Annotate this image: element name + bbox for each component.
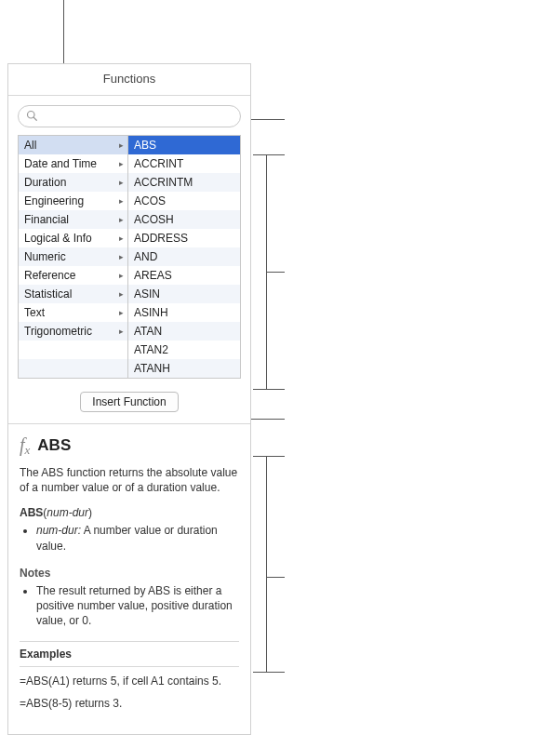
function-item[interactable]: ATAN: [128, 322, 240, 341]
function-label: ATAN: [134, 325, 162, 338]
function-item[interactable]: ATAN2: [128, 341, 240, 359]
function-label: ACCRINTM: [134, 176, 193, 189]
category-label: Date and Time: [24, 157, 97, 170]
chevron-right-icon: ▸: [119, 234, 124, 243]
category-item: [19, 341, 127, 359]
function-item[interactable]: ACCRINTM: [128, 173, 240, 192]
function-item[interactable]: AREAS: [128, 266, 240, 285]
function-label: ASINH: [134, 306, 168, 319]
category-item[interactable]: Duration▸: [19, 173, 127, 192]
function-label: AREAS: [134, 269, 172, 282]
chevron-right-icon: ▸: [119, 271, 124, 280]
chevron-right-icon: ▸: [119, 196, 124, 206]
function-browser: All▸Date and Time▸Duration▸Engineering▸F…: [18, 135, 241, 379]
category-item[interactable]: Statistical▸: [19, 285, 127, 303]
function-label: ACOS: [134, 194, 166, 207]
category-item[interactable]: Financial▸: [19, 210, 127, 229]
callout-line: [253, 389, 285, 390]
category-label: Trigonometric: [24, 325, 92, 338]
fx-icon: fx: [20, 435, 30, 456]
category-list[interactable]: All▸Date and Time▸Duration▸Engineering▸F…: [19, 136, 128, 378]
help-function-title: ABS: [37, 436, 71, 455]
chevron-right-icon: ▸: [119, 327, 124, 336]
help-signature: ABS(num-dur): [20, 506, 239, 519]
category-item[interactable]: Logical & Info▸: [19, 229, 127, 247]
category-item: [19, 359, 127, 378]
help-description: The ABS function returns the absolute va…: [20, 465, 239, 495]
chevron-right-icon: ▸: [119, 178, 124, 187]
note-item: The result returned by ABS is either a p…: [36, 583, 239, 629]
parameter-item: num-dur: A number value or duration valu…: [36, 523, 239, 553]
search-container: [8, 96, 250, 135]
function-item[interactable]: ATANH: [128, 359, 240, 378]
callout-line: [253, 154, 285, 155]
callout-line: [266, 456, 267, 672]
insert-container: Insert Function: [8, 388, 250, 423]
category-label: Logical & Info: [24, 232, 92, 245]
function-label: ACCRINT: [134, 157, 183, 170]
category-label: All: [24, 139, 36, 152]
category-label: Numeric: [24, 250, 66, 263]
function-label: AND: [134, 250, 157, 263]
callout-line: [63, 0, 64, 63]
chevron-right-icon: ▸: [119, 252, 124, 261]
functions-panel: Functions All▸Date and Time▸Duration▸Eng…: [7, 63, 251, 735]
function-item[interactable]: ASIN: [128, 285, 240, 303]
category-label: Reference: [24, 269, 75, 282]
search-input[interactable]: [41, 110, 233, 123]
examples-heading: Examples: [20, 641, 239, 667]
function-label: ACOSH: [134, 213, 174, 226]
function-item[interactable]: ACOSH: [128, 210, 240, 229]
examples-list: =ABS(A1) returns 5, if cell A1 contains …: [20, 675, 239, 710]
function-label: ATAN2: [134, 343, 168, 356]
function-item[interactable]: AND: [128, 247, 240, 266]
chevron-right-icon: ▸: [119, 140, 124, 150]
category-item[interactable]: Trigonometric▸: [19, 322, 127, 341]
function-list[interactable]: ABSACCRINTACCRINTMACOSACOSHADDRESSANDARE…: [128, 136, 240, 378]
category-item[interactable]: Date and Time▸: [19, 154, 127, 173]
chevron-right-icon: ▸: [119, 308, 124, 317]
callout-line: [266, 272, 285, 273]
category-label: Text: [24, 306, 45, 319]
insert-function-button[interactable]: Insert Function: [80, 392, 178, 412]
svg-line-1: [33, 117, 36, 120]
function-label: ASIN: [134, 287, 160, 301]
chevron-right-icon: ▸: [119, 215, 124, 224]
function-item[interactable]: ACOS: [128, 192, 240, 210]
search-field[interactable]: [18, 105, 241, 127]
function-item[interactable]: ACCRINT: [128, 154, 240, 173]
parameter-list: num-dur: A number value or duration valu…: [20, 523, 239, 553]
callout-line: [253, 456, 285, 457]
notes-list: The result returned by ABS is either a p…: [20, 583, 239, 629]
category-item[interactable]: All▸: [19, 136, 127, 154]
example-item: =ABS(8-5) returns 3.: [20, 697, 239, 710]
category-label: Engineering: [24, 194, 84, 207]
function-item[interactable]: ABS: [128, 136, 240, 154]
function-label: ABS: [134, 139, 156, 152]
panel-title: Functions: [8, 64, 250, 96]
category-label: Duration: [24, 176, 66, 189]
function-label: ADDRESS: [134, 232, 188, 245]
category-item[interactable]: Engineering▸: [19, 192, 127, 210]
callout-line: [266, 577, 285, 578]
category-label: Financial: [24, 213, 69, 226]
function-item[interactable]: ADDRESS: [128, 229, 240, 247]
notes-heading: Notes: [20, 567, 239, 580]
category-item[interactable]: Text▸: [19, 303, 127, 322]
callout-line: [253, 672, 285, 673]
help-pane: fx ABS The ABS function returns the abso…: [8, 424, 250, 734]
search-icon: [26, 110, 37, 124]
category-item[interactable]: Reference▸: [19, 266, 127, 285]
function-item[interactable]: ASINH: [128, 303, 240, 322]
category-label: Statistical: [24, 287, 72, 301]
example-item: =ABS(A1) returns 5, if cell A1 contains …: [20, 675, 239, 688]
chevron-right-icon: ▸: [119, 289, 124, 299]
function-label: ATANH: [134, 362, 170, 375]
category-item[interactable]: Numeric▸: [19, 247, 127, 266]
chevron-right-icon: ▸: [119, 159, 124, 168]
